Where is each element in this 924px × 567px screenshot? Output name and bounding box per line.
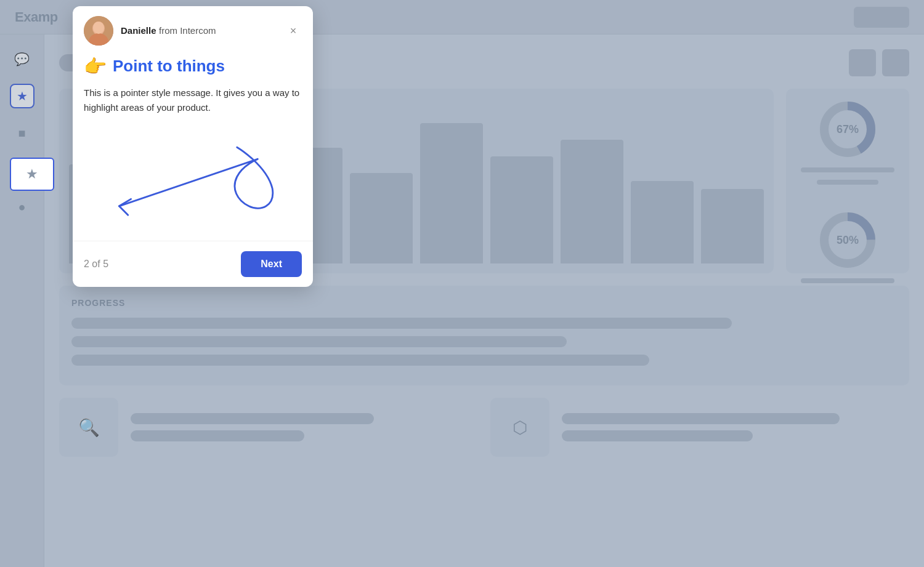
close-button[interactable]: × <box>285 22 302 39</box>
tooltip-heading: Point to things <box>113 57 225 76</box>
tooltip-header: Danielle from Intercom × <box>73 6 313 53</box>
sender-info: Danielle from Intercom <box>121 25 277 36</box>
pointing-emoji: 👉 <box>84 55 107 77</box>
tooltip-card: Danielle from Intercom × 👉 Point to thin… <box>73 6 313 287</box>
avatar <box>84 16 113 46</box>
next-button[interactable]: Next <box>241 251 302 277</box>
tooltip-footer: 2 of 5 Next <box>73 241 313 287</box>
tooltip-title-row: 👉 Point to things <box>84 55 302 77</box>
tooltip-body-text: This is a pointer style message. It give… <box>84 86 302 115</box>
svg-point-7 <box>93 22 104 34</box>
avatar-image <box>84 16 113 46</box>
tooltip-body: 👉 Point to things This is a pointer styl… <box>73 53 313 241</box>
arrow-drawing <box>84 127 302 226</box>
step-indicator: 2 of 5 <box>84 259 108 270</box>
highlighted-element: ★ <box>10 158 54 191</box>
sender-name: Danielle <box>121 25 156 36</box>
sender-company: from Intercom <box>159 25 216 36</box>
